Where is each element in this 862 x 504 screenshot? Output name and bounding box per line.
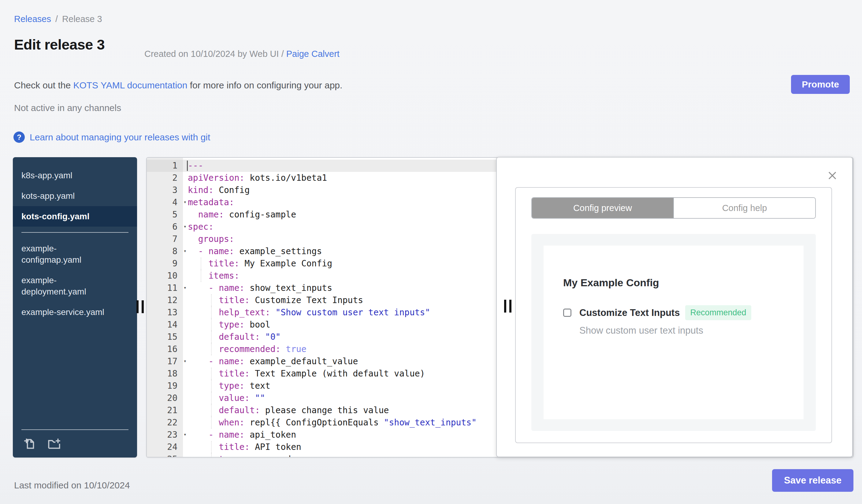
breadcrumb-current: Release 3 <box>62 14 102 24</box>
code-text: type: text <box>188 381 271 391</box>
indent-guide <box>211 441 212 453</box>
code-text: recommended: true <box>188 344 306 354</box>
line-number: 3 <box>147 184 183 196</box>
add-file-icon <box>23 436 38 451</box>
fold-arrow-icon[interactable]: ▾ <box>184 221 186 233</box>
text-cursor <box>187 161 188 171</box>
file-item[interactable]: example-service.yaml <box>13 302 137 322</box>
created-prefix: Created on 10/10/2024 by Web UI / <box>144 49 286 59</box>
option-help-text: Show custom user text inputs <box>579 325 804 336</box>
config-area: My Example Config Customize Text Inputs … <box>531 234 816 431</box>
intro-after: for more info on configuring your app. <box>187 80 342 90</box>
tab-config-preview[interactable]: Config preview <box>532 198 673 218</box>
file-item[interactable]: example- deployment.yaml <box>13 270 137 302</box>
close-icon <box>826 170 838 181</box>
indent-guide <box>211 306 212 319</box>
indent-guide <box>201 257 201 270</box>
code-text: title: Customize Text Inputs <box>188 295 363 305</box>
indent-guide <box>211 331 212 343</box>
line-number: 23 <box>147 429 183 441</box>
breadcrumb-separator: / <box>55 14 58 24</box>
indent-guide <box>211 368 212 380</box>
config-card: My Example Config Customize Text Inputs … <box>544 246 804 419</box>
kots-docs-link[interactable]: KOTS YAML documentation <box>73 80 187 90</box>
code-text: items: <box>188 271 239 281</box>
config-preview-panel: Config preview Config help My Example Co… <box>496 157 853 457</box>
save-release-button[interactable]: Save release <box>772 469 853 492</box>
created-author-link[interactable]: Paige Calvert <box>286 49 340 59</box>
last-modified-text: Last modified on 10/10/2024 <box>14 480 130 491</box>
line-number: 25 <box>147 453 183 457</box>
preview-tabs: Config preview Config help <box>531 197 816 219</box>
code-text: title: Text Example (with default value) <box>188 369 425 379</box>
indent-guide <box>211 319 212 331</box>
file-item[interactable]: kots-app.yaml <box>13 186 137 206</box>
tab-config-help[interactable]: Config help <box>673 198 815 218</box>
code-text: --- <box>188 161 204 171</box>
code-text: metadata: <box>188 197 234 207</box>
fold-arrow-icon[interactable]: ▾ <box>184 428 186 441</box>
code-text: - name: show_text_inputs <box>188 283 332 293</box>
line-number: 16 <box>147 343 183 355</box>
fold-arrow-icon[interactable]: ▾ <box>184 245 186 257</box>
line-number: 14 <box>147 319 183 331</box>
code-text: apiVersion: kots.io/v1beta1 <box>188 173 327 183</box>
code-text: spec: <box>188 222 213 232</box>
git-help-row: ? Learn about managing your releases wit… <box>13 132 210 143</box>
created-info: Created on 10/10/2024 by Web UI / Paige … <box>144 49 340 59</box>
file-item[interactable]: example- configmap.yaml <box>13 238 137 270</box>
git-releases-link[interactable]: Learn about managing your releases with … <box>30 132 210 143</box>
code-text: default: please change this value <box>188 405 389 415</box>
add-folder-button[interactable] <box>47 436 62 451</box>
line-number: 10 <box>147 270 183 282</box>
code-text: - name: example_default_value <box>188 356 358 367</box>
code-text: value: "" <box>188 393 265 403</box>
file-item[interactable]: k8s-app.yaml <box>13 165 137 186</box>
indent-guide <box>211 416 212 429</box>
promote-button[interactable]: Promote <box>791 75 850 94</box>
intro-text: Check out the KOTS YAML documentation fo… <box>14 80 342 91</box>
sidebar-divider <box>22 232 129 233</box>
option-checkbox[interactable] <box>563 308 571 317</box>
code-text: - name: api_token <box>188 430 296 440</box>
line-number: 1 <box>147 160 183 172</box>
code-text: type: bool <box>188 320 271 330</box>
line-number: 19 <box>147 380 183 392</box>
intro-before: Check out the <box>14 80 73 90</box>
code-text: title: My Example Config <box>188 258 332 268</box>
sidebar-resize-handle[interactable] <box>136 300 144 313</box>
line-number: 22 <box>147 416 183 429</box>
line-number: 17 <box>147 355 183 368</box>
fold-arrow-icon[interactable]: ▾ <box>184 282 186 294</box>
fold-arrow-icon[interactable]: ▾ <box>184 355 186 367</box>
sidebar-footer <box>13 429 137 457</box>
add-file-button[interactable] <box>23 436 38 451</box>
code-text: name: config-sample <box>188 210 296 220</box>
line-number: 7 <box>147 233 183 245</box>
indent-guide <box>211 380 212 392</box>
breadcrumb-releases-link[interactable]: Releases <box>14 14 51 24</box>
file-sidebar: k8s-app.yamlkots-app.yamlkots-config.yam… <box>13 157 137 457</box>
code-text: groups: <box>188 234 234 244</box>
sidebar-footer-divider <box>22 429 129 430</box>
preview-inner-panel: Config preview Config help My Example Co… <box>515 187 832 443</box>
fold-arrow-icon[interactable]: ▾ <box>184 196 186 208</box>
code-text: - name: example_settings <box>188 246 322 256</box>
indent-guide <box>211 343 212 355</box>
indent-guide <box>211 404 212 416</box>
file-item[interactable]: kots-config.yaml <box>13 206 137 227</box>
line-number: 11 <box>147 282 183 294</box>
close-button[interactable] <box>826 170 838 181</box>
indent-guide <box>211 392 212 404</box>
line-number: 20 <box>147 392 183 404</box>
line-number: 24 <box>147 441 183 453</box>
indent-guide <box>211 453 212 457</box>
line-number: 9 <box>147 257 183 270</box>
preview-resize-handle[interactable] <box>504 300 511 313</box>
line-number: 15 <box>147 331 183 343</box>
recommended-badge: Recommended <box>685 305 751 320</box>
breadcrumb: Releases / Release 3 <box>14 14 102 24</box>
line-number: 5 <box>147 209 183 221</box>
indent-guide <box>201 270 201 282</box>
edit-release-page: Releases / Release 3 Edit release 3 Crea… <box>0 0 862 504</box>
